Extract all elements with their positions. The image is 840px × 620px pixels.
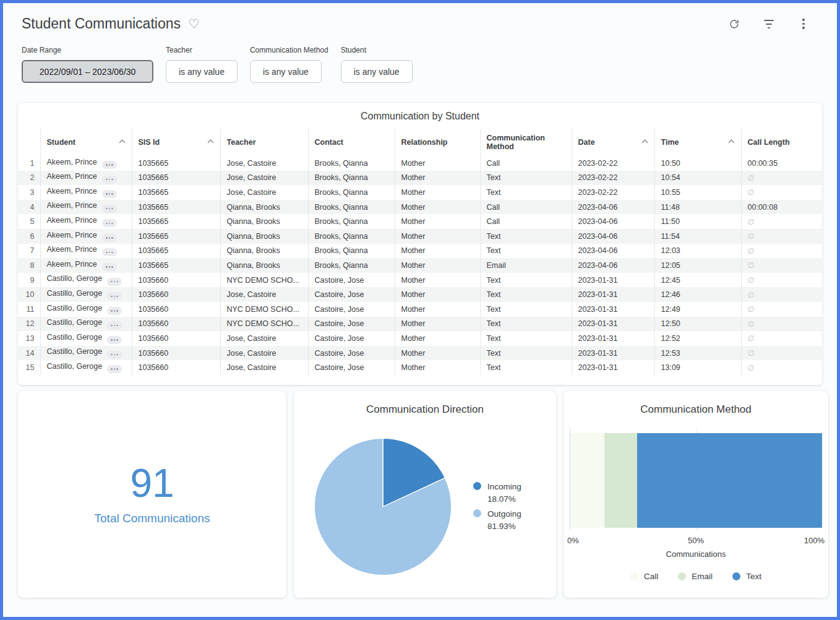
legend-item-text[interactable]: Text	[732, 572, 761, 581]
cell-teacher: Qianna, Brooks	[220, 229, 308, 244]
table-row: 14Castillo, Geroge1035660Jose, CastoireC…	[18, 346, 822, 361]
column-header-date[interactable]: Date	[572, 129, 654, 156]
pie-legend: Incoming 18.07% Outgoing 81.93%	[473, 479, 521, 535]
filter-date-range: Date Range 2022/09/01 – 2023/06/30	[22, 46, 153, 83]
row-menu-icon[interactable]	[102, 190, 117, 198]
cell-student: Castillo, Geroge	[40, 346, 132, 361]
cell-teacher: Jose, Castoire	[220, 331, 308, 346]
teacher-filter-input[interactable]: is any value	[166, 60, 238, 83]
row-menu-icon[interactable]	[107, 278, 122, 286]
row-menu-icon[interactable]	[107, 321, 122, 329]
cell-sis-id: 1035660	[132, 302, 220, 317]
row-menu-icon[interactable]	[102, 248, 117, 256]
cell-call-length: ∅	[741, 244, 822, 259]
cell-sis-id: 1035665	[132, 171, 220, 186]
legend-item-email[interactable]: Email	[678, 572, 713, 581]
table-body: 1Akeem, Prince1035665Jose, CastoireBrook…	[18, 156, 822, 375]
more-menu-icon[interactable]	[797, 18, 810, 30]
cell-relationship: Mother	[395, 287, 480, 302]
date-range-filter-input[interactable]: 2022/09/01 – 2023/06/30	[22, 60, 153, 83]
cell-sis-id: 1035660	[132, 360, 220, 375]
row-number: 13	[18, 331, 40, 346]
table-row: 12Castillo, Geroge1035660NYC DEMO SCHO..…	[18, 317, 822, 332]
row-menu-icon[interactable]	[107, 336, 122, 344]
cell-contact: Brooks, Qianna	[308, 185, 395, 200]
cell-teacher: Jose, Castoire	[220, 156, 308, 171]
row-menu-icon[interactable]	[107, 365, 122, 373]
cell-relationship: Mother	[395, 185, 480, 200]
legend-item-call[interactable]: Call	[630, 572, 658, 581]
cell-date: 2023-04-06	[572, 244, 654, 259]
legend-item-outgoing[interactable]: Outgoing 81.93%	[473, 508, 521, 533]
row-menu-icon[interactable]	[102, 234, 117, 242]
cell-student: Akeem, Prince	[40, 200, 132, 215]
bar-segment-call[interactable]	[571, 433, 604, 528]
column-header-communication-method[interactable]: Communication Method	[480, 129, 572, 156]
cell-sis-id: 1035660	[132, 287, 220, 302]
cell-sis-id: 1035665	[132, 244, 220, 259]
cell-teacher: Qianna, Brooks	[220, 258, 308, 273]
communication-method-card: Communication Method 0% 50% 100% Communi…	[564, 391, 828, 598]
cell-contact: Brooks, Qianna	[308, 258, 395, 273]
column-header-sis-id[interactable]: SIS Id	[132, 129, 220, 156]
favorite-heart-icon[interactable]: ♡	[188, 17, 200, 30]
row-menu-icon[interactable]	[107, 307, 122, 315]
x-tick: 100%	[804, 536, 825, 545]
legend-item-incoming[interactable]: Incoming 18.07%	[473, 481, 521, 506]
cell-contact: Brooks, Qianna	[308, 244, 395, 259]
column-header-call-length[interactable]: Call Length	[741, 129, 822, 156]
cell-relationship: Mother	[395, 171, 480, 186]
column-header-time[interactable]: Time	[654, 129, 741, 156]
cell-sis-id: 1035660	[132, 317, 220, 332]
row-number: 4	[18, 200, 40, 215]
cell-date: 2023-01-31	[572, 287, 654, 302]
cell-teacher: Qianna, Brooks	[220, 214, 308, 229]
row-menu-icon[interactable]	[102, 263, 117, 271]
cell-time: 12:50	[654, 317, 741, 332]
row-menu-icon[interactable]	[102, 205, 117, 213]
row-menu-icon[interactable]	[102, 176, 117, 184]
row-menu-icon[interactable]	[107, 292, 122, 300]
row-number: 12	[18, 317, 40, 332]
filter-bar: Date Range 2022/09/01 – 2023/06/30 Teach…	[18, 46, 822, 83]
filter-icon[interactable]	[763, 18, 775, 30]
cell-call-length: ∅	[741, 258, 822, 273]
cell-sis-id: 1035665	[132, 200, 220, 215]
outgoing-legend-dot-icon	[473, 509, 481, 517]
cell-date: 2023-01-31	[572, 346, 654, 361]
cell-date: 2023-02-22	[572, 185, 654, 200]
filter-communication-method: Communication Method is any value	[250, 46, 328, 83]
column-header-contact[interactable]: Contact	[308, 129, 395, 156]
cell-communication-method: Call	[480, 156, 572, 171]
column-header-teacher[interactable]: Teacher	[220, 129, 308, 156]
communication-method-filter-input[interactable]: is any value	[250, 60, 322, 83]
communication-direction-card: Communication Direction Incoming 18.07%	[294, 391, 556, 598]
cell-call-length: ∅	[741, 185, 822, 200]
bar-chart-title: Communication Method	[570, 403, 822, 416]
row-menu-icon[interactable]	[107, 351, 122, 359]
legend-value: 81.93%	[487, 520, 521, 533]
x-axis-ticks: 0% 50% 100%	[570, 536, 822, 546]
row-menu-icon[interactable]	[102, 219, 117, 227]
row-menu-icon[interactable]	[102, 161, 117, 169]
refresh-icon[interactable]	[728, 18, 740, 30]
table-row: 1Akeem, Prince1035665Jose, CastoireBrook…	[18, 156, 822, 171]
cell-date: 2023-04-06	[572, 258, 654, 273]
bar-segment-email[interactable]	[604, 433, 638, 528]
table-row: 9Castillo, Geroge1035660NYC DEMO SCHO...…	[18, 273, 822, 288]
cell-contact: Castoire, Jose	[308, 360, 395, 375]
cell-relationship: Mother	[395, 200, 480, 215]
cell-student: Castillo, Geroge	[40, 287, 132, 302]
filter-label: Date Range	[22, 46, 153, 54]
bar-stack	[571, 433, 822, 528]
bottom-cards-row: 91 Total Communications Communication Di…	[18, 391, 822, 598]
cell-time: 10:55	[654, 185, 741, 200]
cell-contact: Brooks, Qianna	[308, 171, 395, 186]
column-header-student[interactable]: Student	[40, 129, 132, 156]
student-filter-input[interactable]: is any value	[341, 60, 413, 83]
column-header-relationship[interactable]: Relationship	[395, 129, 480, 156]
row-number: 5	[18, 214, 40, 229]
cell-call-length: 00:00:35	[741, 156, 822, 171]
cell-student: Akeem, Prince	[40, 185, 132, 200]
bar-segment-text[interactable]	[637, 433, 822, 528]
